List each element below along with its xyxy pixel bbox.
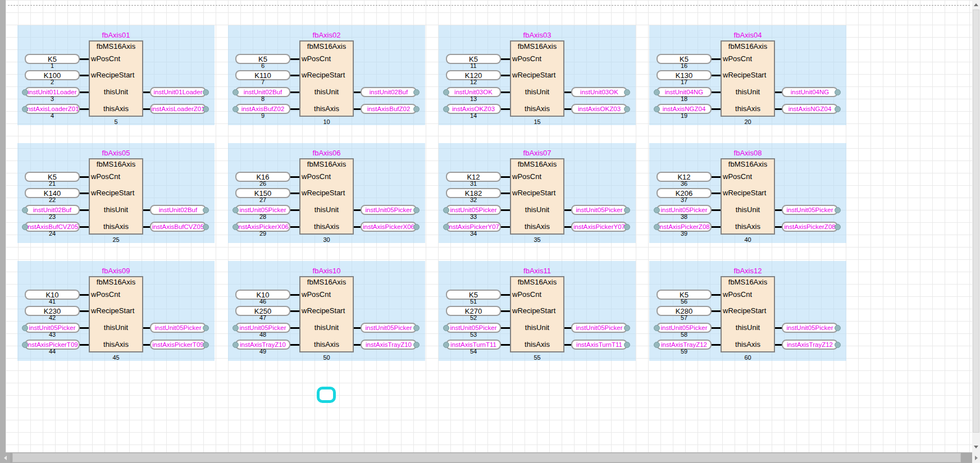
network-panel[interactable]: fbAxis05fbMS16AxisK521wPosCntK14022wReci… (17, 143, 215, 243)
network-panel[interactable]: fbAxis11fbMS16AxisK551wPosCntK27052wReci… (439, 261, 636, 361)
out-connector-dot-icon (203, 89, 209, 95)
network-panel[interactable]: fbAxis02fbMS16AxisK56wPosCntK1107wRecipe… (228, 25, 425, 125)
port-label-wPosCnt: wPosCnt (512, 172, 562, 181)
network-panel[interactable]: fbAxis10fbMS16AxisK1046wPosCntK25047wRec… (228, 261, 425, 361)
pin-sequence-number: 52 (446, 314, 501, 321)
output-wire (564, 108, 571, 110)
block-sequence-number: 10 (299, 118, 354, 125)
out-value-box-thisAxis[interactable]: instAxisTrayZ10 (361, 340, 417, 350)
scroll-up-button[interactable] (972, 0, 980, 9)
out-value-box-thisUnit[interactable]: instUnit05Picker (571, 323, 627, 333)
out-value-box-thisUnit[interactable]: instUnit05Picker (782, 205, 838, 215)
vertical-scrollbar[interactable] (972, 0, 980, 452)
out-value-box-thisAxis[interactable]: instAxisTurnT11 (571, 340, 627, 350)
port-label-thisUnit: thisUnit (302, 323, 352, 332)
block-instance-title: fbAxis03 (504, 31, 570, 39)
out-value-box-thisUnit[interactable]: instUnit05Picker (782, 323, 838, 333)
out-connector-dot-icon (624, 224, 630, 230)
network-panel[interactable]: fbAxis08fbMS16AxisK1236wPosCntK20637wRec… (649, 143, 846, 243)
port-label-wRecipeStart: wRecipeStart (91, 306, 141, 315)
pin-sequence-number: 46 (235, 298, 290, 305)
scroll-right-button[interactable] (972, 452, 980, 463)
network-panel[interactable]: fbAxis01fbMS16AxisK51wPosCntK1002wRecipe… (17, 25, 215, 125)
input-wire (712, 327, 721, 329)
port-label-thisAxis: thisAxis (723, 222, 773, 231)
out-value-box-thisAxis[interactable]: instAxisLoaderZ01 (150, 104, 206, 114)
out-connector-dot-icon (413, 224, 420, 230)
output-wire (775, 91, 782, 93)
block-sequence-number: 60 (721, 354, 775, 361)
out-value-box-thisUnit[interactable]: instUnit04NG (782, 87, 838, 97)
out-value-box-thisUnit[interactable]: instUnit05Picker (361, 323, 417, 333)
input-wire (80, 108, 89, 110)
port-label-wPosCnt: wPosCnt (302, 172, 352, 181)
scroll-left-button[interactable] (0, 452, 10, 463)
output-wire (143, 108, 150, 110)
input-wire (501, 75, 510, 76)
out-value-box-thisAxis[interactable]: instAxisNGZ04 (782, 104, 838, 114)
horizontal-scrollbar[interactable] (0, 452, 980, 463)
out-value-box-thisUnit[interactable]: instUnit01Loader (150, 87, 206, 97)
diagram-canvas[interactable]: fbAxis01fbMS16AxisK51wPosCntK1002wRecipe… (6, 0, 972, 452)
network-panel[interactable]: fbAxis06fbMS16AxisK1626wPosCntK15027wRec… (228, 143, 425, 243)
left-margin-strip (0, 0, 6, 452)
input-wire (501, 176, 510, 178)
pin-connector-dot-icon (654, 89, 660, 95)
out-value-box-thisAxis[interactable]: instAxisPickerT09 (150, 340, 206, 350)
pin-sequence-number: 31 (446, 180, 501, 187)
pin-sequence-number: 53 (446, 331, 501, 338)
output-wire (564, 209, 571, 211)
pin-connector-dot-icon (233, 342, 239, 348)
port-label-wRecipeStart: wRecipeStart (91, 71, 141, 80)
input-wire (290, 75, 299, 76)
block-sequence-number: 25 (89, 236, 143, 243)
out-value-box-thisAxis[interactable]: instAxisTrayZ12 (782, 340, 838, 350)
out-value-box-thisUnit[interactable]: instUnit05Picker (150, 323, 206, 333)
port-label-thisAxis: thisAxis (512, 222, 562, 231)
network-panel[interactable]: fbAxis12fbMS16AxisK556wPosCntK28057wReci… (649, 261, 846, 361)
pin-connector-dot-icon (22, 325, 28, 331)
vertical-scrollbar-thumb[interactable] (973, 10, 979, 433)
pin-connector-dot-icon (22, 342, 28, 348)
out-value-box-thisAxis[interactable]: instAxisPickerY07 (571, 222, 627, 232)
block-instance-title: fbAxis11 (504, 267, 570, 275)
input-wire (80, 310, 89, 312)
network-panel[interactable]: fbAxis07fbMS16AxisK1231wPosCntK18232wRec… (439, 143, 636, 243)
port-label-thisAxis: thisAxis (723, 340, 773, 349)
block-instance-title: fbAxis10 (294, 267, 359, 275)
network-panel[interactable]: fbAxis09fbMS16AxisK1041wPosCntK23042wRec… (17, 261, 215, 361)
out-value-box-thisAxis[interactable]: instAxisPickerZ08 (782, 222, 838, 232)
pin-connector-dot-icon (443, 224, 449, 230)
out-value-box-thisAxis[interactable]: instAxisPickerX06 (361, 222, 417, 232)
scroll-down-button[interactable] (972, 442, 980, 451)
port-label-wPosCnt: wPosCnt (723, 290, 773, 299)
input-wire (290, 176, 299, 178)
out-value-box-thisUnit[interactable]: instUnit05Picker (571, 205, 627, 215)
arrow-right-icon (975, 456, 978, 460)
horizontal-scrollbar-thumb[interactable] (12, 453, 961, 462)
out-value-box-thisUnit[interactable]: instUnit05Picker (361, 205, 417, 215)
pin-sequence-number: 34 (446, 230, 501, 237)
pin-connector-dot-icon (22, 89, 28, 95)
port-label-wRecipeStart: wRecipeStart (723, 71, 773, 80)
block-type-label: fbMS16Axis (299, 278, 354, 286)
network-panel[interactable]: fbAxis03fbMS16AxisK511wPosCntK12012wReci… (439, 25, 636, 125)
out-connector-dot-icon (624, 207, 630, 213)
out-value-box-thisUnit[interactable]: instUnit03OK (571, 87, 627, 97)
out-value-box-thisUnit[interactable]: instUnit02Buf (361, 87, 417, 97)
port-label-wRecipeStart: wRecipeStart (302, 189, 352, 198)
out-connector-dot-icon (413, 342, 420, 348)
out-value-box-thisAxis[interactable]: instAxisBufCVZ05 (150, 222, 206, 232)
pin-connector-dot-icon (654, 325, 660, 331)
out-value-box-thisUnit[interactable]: instUnit02Buf (150, 205, 206, 215)
pin-sequence-number: 16 (657, 62, 712, 69)
port-label-thisUnit: thisUnit (91, 205, 141, 214)
out-value-box-thisAxis[interactable]: instAxisBufZ02 (361, 104, 417, 114)
input-wire (712, 294, 721, 296)
port-label-thisAxis: thisAxis (512, 340, 562, 349)
network-panel[interactable]: fbAxis04fbMS16AxisK516wPosCntK13017wReci… (649, 25, 846, 125)
pin-sequence-number: 8 (235, 95, 290, 102)
pin-connector-dot-icon (654, 224, 660, 230)
input-wire (712, 209, 721, 211)
out-value-box-thisAxis[interactable]: instAxisOKZ03 (571, 104, 627, 114)
